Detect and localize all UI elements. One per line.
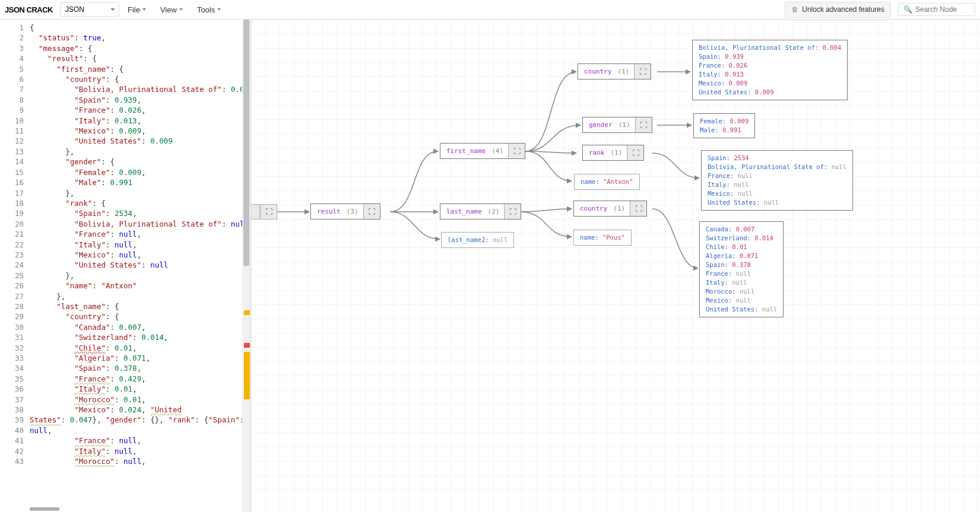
node-country-fn[interactable]: country (1) ⛶ [578,63,651,79]
node-link-icon[interactable]: ⛶ [363,204,380,219]
main: 1234567891011121314151617181920212223242… [0,20,980,512]
node-label: last_name [440,204,488,219]
node-label: rank [583,145,611,160]
node-gender[interactable]: gender (1) ⛶ [582,117,652,133]
node-count: (4) [491,147,508,155]
graph-edges [251,20,980,512]
node-count: (2) [488,208,505,215]
format-select[interactable]: JSON [60,2,119,17]
menu-file[interactable]: File [122,3,152,17]
node-link-icon[interactable]: ⛶ [504,204,521,219]
node-last-name2[interactable]: last_name2: null [441,232,514,248]
node-link-icon[interactable]: ⛶ [261,204,277,220]
menu-tools-label: Tools [197,5,215,14]
search-box[interactable]: 🔍 [898,3,975,16]
editor-pane[interactable]: 1234567891011121314151617181920212223242… [0,20,251,512]
node-count: (1) [613,205,630,212]
line-gutter: 1234567891011121314151617181920212223242… [0,20,30,512]
node-link-icon[interactable]: ⛶ [508,144,525,158]
leaf-rank[interactable]: Spain: 2534Bolivia, Plurinational State … [701,150,853,211]
leaf-key: name: [580,234,599,241]
leaf-fn-country[interactable]: Bolivia, Plurinational State of: 0.004Sp… [692,40,848,100]
leaf-value: "Pous" [602,234,625,241]
chevron-down-icon [217,8,221,11]
node-link-icon[interactable]: ⛶ [627,145,643,160]
search-input[interactable] [915,5,970,14]
node-result[interactable]: result (3) ⛶ [310,203,380,220]
crown-icon: ♕ [791,5,798,14]
node-link-icon[interactable]: ⛶ [630,201,646,216]
node-last-name[interactable]: last_name (2) ⛶ [440,203,521,220]
scroll-thumb-h[interactable] [30,507,59,511]
menu-view[interactable]: View [154,3,189,17]
toolbar: JSON CRACK JSON File View Tools ♕ Unlock… [0,0,980,20]
node-count: (1) [619,121,635,129]
graph-pane[interactable]: ⛶ result (3) ⛶ first_name (4) ⛶ last_nam… [251,20,980,512]
node-rank[interactable]: rank (1) ⛶ [582,145,644,161]
leaf-ln-country[interactable]: Canada: 0.007Switzerland: 0.014Chile: 0.… [699,221,784,317]
node-hidden-root[interactable] [251,204,260,220]
menu-view-label: View [160,5,177,14]
chevron-down-icon [142,8,146,11]
leaf-key: last_name2: [448,236,489,243]
leaf-key: name: [581,178,600,185]
node-count: (3) [347,208,363,215]
node-first-name[interactable]: first_name (4) ⛶ [440,143,525,159]
scroll-thumb-v[interactable] [243,20,249,266]
node-label: gender [583,117,619,132]
unlock-button[interactable]: ♕ Unlock advanced features [785,2,891,18]
logo: JSON CRACK [5,5,58,14]
error-marker[interactable] [244,343,250,348]
leaf-gender[interactable]: Female: 0.009Male: 0.991 [693,113,755,138]
node-count: (1) [617,68,634,75]
node-country-ln[interactable]: country (1) ⛶ [573,201,647,217]
chevron-down-icon [179,8,183,11]
node-count: (1) [611,149,627,157]
warning-marker[interactable] [244,310,250,315]
menu-tools[interactable]: Tools [191,3,227,17]
unlock-label: Unlock advanced features [802,5,884,14]
scrollbar-vertical[interactable] [242,20,250,512]
node-link-icon[interactable]: ⛶ [635,117,652,132]
scrollbar-horizontal[interactable] [30,506,242,512]
node-label: first_name [440,144,491,158]
node-fn-name[interactable]: name: "Antxon" [574,174,640,190]
leaf-value: null [493,236,508,243]
warning-marker[interactable] [244,352,250,399]
code-area[interactable]: { "status": true, "message": { "result":… [30,20,250,512]
node-label: result [311,204,347,219]
node-label: country [574,201,613,216]
node-label: country [578,64,617,79]
search-icon: 🔍 [903,5,912,14]
menu-file-label: File [128,5,140,14]
node-ln-name[interactable]: name: "Pous" [573,230,632,246]
leaf-value: "Antxon" [603,178,633,185]
node-link-icon[interactable]: ⛶ [634,64,651,79]
